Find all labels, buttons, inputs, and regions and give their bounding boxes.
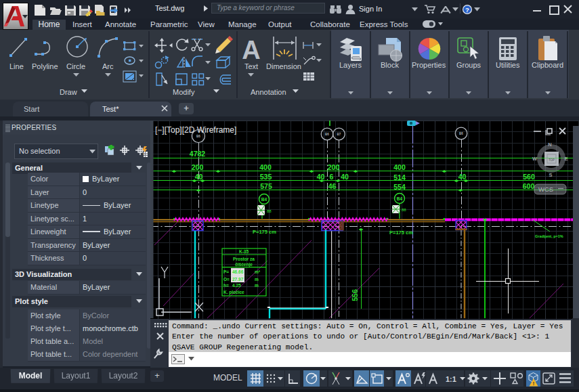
svg-text:27.97: 27.97 xyxy=(232,277,244,282)
svg-text:W: W xyxy=(532,156,538,162)
svg-text:40: 40 xyxy=(341,173,349,181)
svg-text:560: 560 xyxy=(523,173,535,181)
svg-text:P=175 cm: P=175 cm xyxy=(389,230,413,236)
svg-text:E: E xyxy=(564,156,567,162)
svg-text:m: m xyxy=(255,277,259,282)
svg-text:!: ! xyxy=(533,381,534,386)
svg-text:4.25: 4.25 xyxy=(232,283,241,288)
svg-text:200: 200 xyxy=(328,163,340,171)
svg-text:WCS: WCS xyxy=(538,186,553,193)
svg-text:Gradijent, p=1%: Gradijent, p=1% xyxy=(535,234,563,238)
svg-text:40: 40 xyxy=(195,173,203,181)
svg-text:575: 575 xyxy=(260,182,272,190)
svg-text:6: 6 xyxy=(330,173,334,181)
svg-text:514: 514 xyxy=(393,173,406,181)
svg-text:88: 88 xyxy=(402,208,406,212)
svg-text:40: 40 xyxy=(317,173,325,181)
svg-text:m: m xyxy=(255,283,259,288)
svg-text:[−][Top][2D Wireframe]: [−][Top][2D Wireframe] xyxy=(155,125,236,135)
svg-text:554: 554 xyxy=(393,183,406,191)
svg-text:46: 46 xyxy=(328,182,337,190)
svg-text:B6: B6 xyxy=(325,133,329,136)
svg-text:B7: B7 xyxy=(337,133,341,136)
svg-text:N: N xyxy=(548,141,551,148)
svg-text:B4: B4 xyxy=(397,196,403,201)
svg-text:čišćenje: čišćenje xyxy=(235,262,253,267)
svg-text:P=: P= xyxy=(223,269,229,274)
svg-text:4782: 4782 xyxy=(190,150,206,158)
svg-text:P=175 cm: P=175 cm xyxy=(253,229,276,235)
svg-text:Prostor za: Prostor za xyxy=(233,257,255,261)
svg-text:B6: B6 xyxy=(459,132,463,135)
svg-text:400: 400 xyxy=(393,163,406,171)
svg-text:200: 200 xyxy=(192,163,204,171)
svg-text:1:1: 1:1 xyxy=(446,375,456,383)
svg-text:K. pločice: K. pločice xyxy=(223,290,244,295)
svg-text:K-35: K-35 xyxy=(239,249,249,254)
svg-text:A: A xyxy=(242,36,260,64)
svg-text:B4: B4 xyxy=(261,197,267,202)
svg-text:h=: h= xyxy=(223,283,229,288)
svg-text:TOP: TOP xyxy=(549,158,555,162)
svg-text:556: 556 xyxy=(351,289,359,301)
svg-text:?: ? xyxy=(465,6,469,14)
svg-text:88: 88 xyxy=(267,209,272,213)
svg-text:B6: B6 xyxy=(196,135,200,138)
svg-text:535: 535 xyxy=(260,173,272,181)
svg-text:46.66: 46.66 xyxy=(232,269,244,274)
svg-text:m²: m² xyxy=(255,269,261,274)
svg-text:O=: O= xyxy=(223,277,230,282)
svg-text:S: S xyxy=(549,172,552,178)
svg-text:400: 400 xyxy=(259,163,272,171)
svg-text:600: 600 xyxy=(523,182,535,190)
svg-text:40: 40 xyxy=(458,173,467,181)
